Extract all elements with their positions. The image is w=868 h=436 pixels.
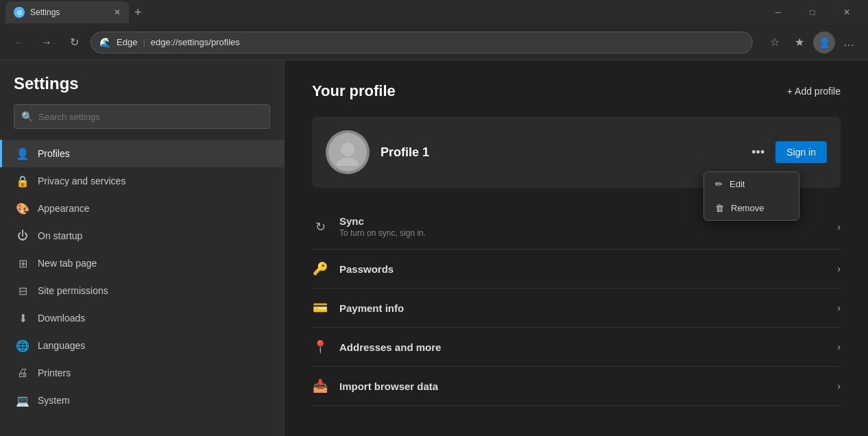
settings-addresses-title: Addresses and more: [339, 341, 826, 353]
sidebar-item-profiles[interactable]: 👤 Profiles: [0, 140, 284, 167]
svg-point-1: [337, 158, 359, 166]
favorites-button[interactable]: ☆: [764, 32, 786, 53]
new-tab-button[interactable]: +: [129, 5, 147, 20]
sidebar-item-printers[interactable]: 🖨 Printers: [0, 359, 284, 387]
sidebar-item-newtab[interactable]: ⊞ New tab page: [0, 250, 284, 277]
settings-items-list: ↻ Sync To turn on sync, sign in. › 🔑 Pas…: [312, 204, 841, 406]
nav-newtab-icon: ⊞: [16, 256, 29, 270]
sidebar-item-privacy[interactable]: 🔒 Privacy and services: [0, 167, 284, 195]
search-box[interactable]: 🔍: [14, 104, 270, 129]
avatar-icon: [334, 138, 361, 166]
forward-button[interactable]: →: [36, 32, 58, 53]
settings-payment-title: Payment info: [339, 302, 826, 314]
settings-addresses-icon: 📍: [312, 339, 328, 355]
profile-actions: ••• Sign in: [746, 141, 827, 163]
collections-icon: ★: [795, 36, 804, 49]
search-input[interactable]: [38, 112, 263, 122]
context-remove-label: Remove: [731, 203, 764, 213]
sidebar-item-permissions[interactable]: ⊟ Site permissions: [0, 277, 284, 304]
sidebar-item-downloads[interactable]: ⬇ Downloads: [0, 304, 284, 332]
add-profile-button[interactable]: + Add profile: [787, 86, 841, 97]
settings-passwords-chevron: ›: [837, 263, 841, 274]
more-tools-button[interactable]: …: [838, 32, 860, 53]
profile-more-button[interactable]: •••: [746, 143, 770, 162]
nav-downloads-icon: ⬇: [16, 311, 29, 325]
settings-item-import[interactable]: 📥 Import browser data ›: [312, 367, 841, 406]
nav-downloads-label: Downloads: [38, 313, 85, 324]
address-url: edge://settings/profiles: [151, 37, 240, 47]
nav-privacy-icon: 🔒: [16, 174, 29, 188]
content-area: Your profile + Add profile Profile 1 •••: [285, 60, 868, 436]
settings-payment-content: Payment info: [339, 302, 826, 314]
profile-name: Profile 1: [381, 145, 735, 160]
back-button[interactable]: ←: [8, 32, 30, 53]
svg-point-0: [341, 143, 354, 156]
tab-close-button[interactable]: ✕: [114, 8, 121, 17]
context-edit-icon: ✏: [715, 179, 723, 189]
sidebar-item-languages[interactable]: 🌐 Languages: [0, 332, 284, 359]
nav-appearance-icon: 🎨: [16, 202, 29, 215]
toolbar: ← → ↻ 🌊 Edge | edge://settings/profiles …: [0, 25, 868, 60]
refresh-button[interactable]: ↻: [63, 32, 85, 53]
refresh-icon: ↻: [70, 36, 79, 49]
edge-logo-icon: 🌊: [99, 37, 111, 48]
page-title: Your profile: [312, 82, 396, 100]
toolbar-actions: ☆ ★ 👤 …: [764, 32, 860, 53]
sidebar-item-system[interactable]: 💻 System: [0, 387, 284, 414]
address-bar[interactable]: 🌊 Edge | edge://settings/profiles: [91, 32, 753, 53]
window-controls: ─ □ ✕: [762, 1, 863, 23]
nav-printers-icon: 🖨: [16, 366, 29, 380]
close-window-button[interactable]: ✕: [831, 1, 863, 23]
context-remove-icon: 🗑: [715, 203, 724, 213]
nav-profiles-icon: 👤: [16, 147, 29, 160]
sidebar: Settings 🔍 👤 Profiles 🔒 Privacy and serv…: [0, 60, 285, 436]
address-edge-label: Edge: [117, 37, 137, 47]
sidebar-item-appearance[interactable]: 🎨 Appearance: [0, 195, 284, 222]
nav-profiles-label: Profiles: [38, 148, 70, 159]
settings-import-icon: 📥: [312, 378, 328, 394]
settings-tab[interactable]: ⚙ Settings ✕: [5, 1, 129, 23]
settings-addresses-chevron: ›: [837, 341, 841, 352]
collections-button[interactable]: ★: [788, 32, 810, 53]
nav-startup-label: On startup: [38, 230, 82, 241]
settings-import-title: Import browser data: [339, 380, 826, 392]
add-profile-label: + Add profile: [787, 86, 841, 97]
nav-permissions-icon: ⊟: [16, 284, 29, 298]
settings-sync-chevron: ›: [837, 221, 841, 232]
more-icon: •••: [751, 145, 764, 159]
settings-sync-desc: To turn on sync, sign in.: [339, 228, 826, 238]
settings-item-addresses[interactable]: 📍 Addresses and more ›: [312, 328, 841, 367]
context-menu: ✏ Edit 🗑 Remove: [703, 171, 799, 221]
sidebar-item-startup[interactable]: ⏻ On startup: [0, 222, 284, 250]
sidebar-title: Settings: [0, 74, 284, 104]
context-menu-item-remove[interactable]: 🗑 Remove: [704, 196, 799, 220]
nav-privacy-label: Privacy and services: [38, 175, 125, 186]
settings-addresses-content: Addresses and more: [339, 341, 826, 353]
settings-payment-icon: 💳: [312, 300, 328, 316]
context-menu-item-edit[interactable]: ✏ Edit: [704, 172, 799, 196]
profile-button[interactable]: 👤: [813, 32, 835, 53]
settings-import-content: Import browser data: [339, 380, 826, 392]
search-icon: 🔍: [21, 111, 33, 122]
nav-system-label: System: [38, 395, 70, 406]
settings-import-chevron: ›: [837, 380, 841, 391]
nav-appearance-label: Appearance: [38, 203, 90, 214]
back-icon: ←: [14, 36, 25, 49]
signin-button[interactable]: Sign in: [775, 141, 827, 163]
minimize-button[interactable]: ─: [762, 1, 794, 23]
more-tools-icon: …: [843, 36, 854, 49]
settings-item-passwords[interactable]: 🔑 Passwords ›: [312, 250, 841, 289]
settings-tab-label: Settings: [30, 8, 60, 17]
settings-sync-icon: ↻: [312, 219, 328, 235]
settings-payment-chevron: ›: [837, 302, 841, 313]
settings-item-payment[interactable]: 💳 Payment info ›: [312, 289, 841, 328]
nav-permissions-label: Site permissions: [38, 285, 108, 296]
nav-system-icon: 💻: [16, 393, 29, 407]
nav-startup-icon: ⏻: [16, 229, 29, 243]
tab-area: ⚙ Settings ✕ +: [5, 0, 757, 25]
main-layout: Settings 🔍 👤 Profiles 🔒 Privacy and serv…: [0, 60, 868, 436]
avatar-inner: [328, 133, 367, 171]
settings-tab-icon: ⚙: [14, 7, 25, 18]
maximize-button[interactable]: □: [797, 1, 828, 23]
nav-printers-label: Printers: [38, 367, 71, 378]
